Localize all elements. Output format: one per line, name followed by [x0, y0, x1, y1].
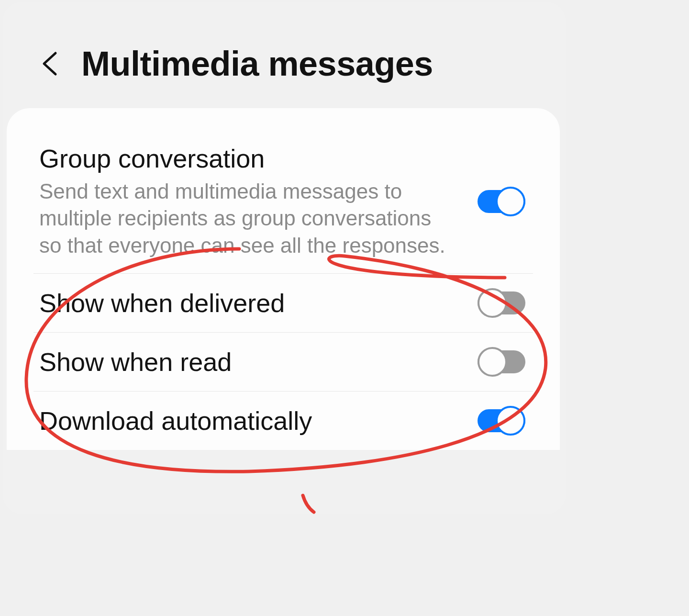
screenshot-root: Multimedia messages Group conversation S… [0, 0, 689, 616]
settings-card: Group conversation Send text and multime… [7, 108, 560, 450]
setting-show-when-read[interactable]: Show when read [7, 333, 560, 391]
setting-main: Show when delivered [39, 288, 478, 318]
setting-title: Show when read [39, 347, 458, 377]
app-frame: Multimedia messages Group conversation S… [3, 2, 566, 514]
page-title: Multimedia messages [81, 44, 433, 83]
setting-title: Download automatically [39, 406, 458, 436]
setting-title: Show when delivered [39, 288, 458, 318]
setting-main: Download automatically [39, 406, 478, 436]
toggle-show-when-delivered[interactable] [478, 288, 525, 318]
setting-group-conversation[interactable]: Group conversation Send text and multime… [7, 129, 560, 273]
header: Multimedia messages [3, 2, 566, 97]
toggle-knob [478, 288, 507, 318]
toggle-knob [478, 347, 507, 377]
toggle-knob [496, 406, 525, 436]
setting-download-automatically[interactable]: Download automatically [7, 392, 560, 450]
setting-main: Group conversation Send text and multime… [39, 144, 478, 259]
setting-subtitle: Send text and multimedia messages to mul… [39, 178, 456, 259]
toggle-group-conversation[interactable] [478, 187, 525, 216]
back-chevron-icon[interactable] [37, 50, 64, 77]
toggle-show-when-read[interactable] [478, 347, 525, 377]
toggle-knob [496, 187, 525, 216]
setting-main: Show when read [39, 347, 478, 377]
toggle-download-automatically[interactable] [478, 406, 525, 436]
setting-title: Group conversation [39, 144, 458, 173]
setting-show-when-delivered[interactable]: Show when delivered [7, 274, 560, 332]
